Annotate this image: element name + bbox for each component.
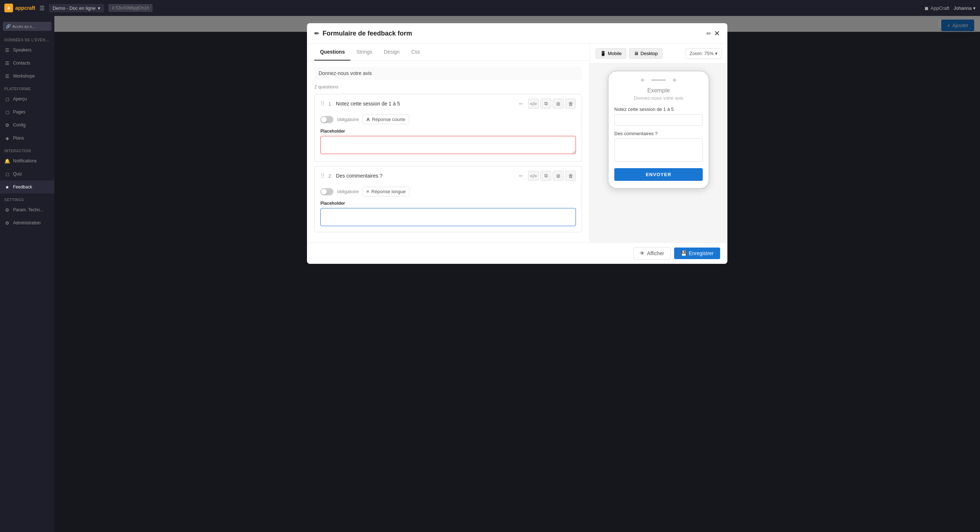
modal-close-button[interactable]: ✕	[714, 29, 720, 38]
access-button[interactable]: 🔗 Speakers Accès au s...	[3, 22, 51, 31]
question-2-toggle[interactable]	[320, 188, 333, 195]
sidebar-item-workshops-label: Workshops	[13, 73, 35, 79]
sidebar-item-administration-label: Administration	[13, 220, 41, 226]
sidebar-item-workshops[interactable]: ☰ Workshops	[0, 70, 54, 83]
sidebar-section-interaction: INTERACTION	[0, 145, 54, 154]
access-icon: 🔗	[6, 24, 11, 29]
sidebar-item-contacts[interactable]: ☰ Contacts	[0, 57, 54, 70]
question-1-text: Notez cette session de 1 à 5	[336, 101, 515, 106]
question-2-code-btn[interactable]: </>	[528, 171, 539, 181]
modal-title-icon: ✏	[314, 30, 319, 37]
speakers-icon: ☰	[4, 47, 10, 53]
question-2-actions: </> ⧉ ⊞ 🗑	[528, 171, 576, 181]
question-2-header: ⠿ 2. Des commentaires ? ✏ </> ⧉ ⊞ 🗑	[315, 166, 582, 185]
question-2-delete-btn[interactable]: 🗑	[565, 171, 576, 181]
sidebar-item-config[interactable]: ⚙ Config	[0, 119, 54, 132]
question-2-number: 2.	[328, 173, 332, 179]
question-2-placeholder-input[interactable]	[320, 208, 576, 226]
content-area: + Ajouter Modifier ⋮ ✏ Formulaire de fee…	[54, 16, 980, 532]
question-1-response-type[interactable]: A Réponse courte	[363, 114, 409, 124]
question-card-2: ⠿ 2. Des commentaires ? ✏ </> ⧉ ⊞ 🗑	[314, 166, 582, 232]
topbar: a appcraft ☰ Demo - Doc en ligne ▾ # 53n…	[0, 0, 980, 16]
question-2-toggle-knob	[321, 189, 327, 195]
sidebar-item-notifications[interactable]: 🔔 Notifications	[0, 154, 54, 167]
user-name: Johanna	[953, 5, 972, 11]
tab-css[interactable]: Css	[406, 44, 426, 60]
mobile-icon: 📱	[600, 51, 606, 56]
sidebar-item-pages-label: Pages	[13, 110, 25, 114]
question-1-code-btn[interactable]: </>	[528, 98, 539, 109]
preview-form-title: Exemple	[614, 87, 703, 94]
question-2-response-type[interactable]: ≡ Réponse longue	[363, 187, 410, 197]
phone-speaker	[651, 79, 666, 81]
question-1-delete-btn[interactable]: 🗑	[565, 98, 576, 109]
sidebar-item-feedback-label: Feedback	[13, 184, 32, 189]
zoom-selector[interactable]: Zoom: 75% ▾	[686, 48, 722, 59]
sidebar-item-param-tech[interactable]: ⚙ Param. Techn...	[0, 203, 54, 216]
sidebar-item-speakers-label: Speakers	[13, 48, 32, 52]
preview-submit-button[interactable]: ENVOYER	[614, 168, 703, 181]
user-menu[interactable]: Johanna ▾	[953, 5, 976, 11]
contacts-icon: ☰	[4, 60, 10, 66]
drag-handle-1[interactable]: ⠿	[320, 100, 325, 107]
question-1-edit-icon[interactable]: ✏	[519, 101, 523, 106]
sidebar-item-apercu[interactable]: ◻ Aperçu	[0, 92, 54, 105]
drag-handle-2[interactable]: ⠿	[320, 173, 325, 179]
sidebar-item-feedback[interactable]: ★ Feedback	[0, 181, 54, 194]
sidebar: 🔗 Speakers Accès au s... DONNÉES DE L'ÉV…	[0, 16, 54, 532]
main-layout: 🔗 Speakers Accès au s... DONNÉES DE L'ÉV…	[0, 16, 980, 532]
question-1-obligatoire-label: obligatoire	[337, 117, 359, 122]
tab-design[interactable]: Design	[378, 44, 406, 60]
tab-strings[interactable]: Strings	[350, 44, 378, 60]
preview-area: Exemple Donnez-nous votre avis Notez cet…	[590, 64, 727, 243]
modal-right-panel: 📱 Mobile 🖥 Desktop Zoom: 75% ▾	[590, 44, 727, 243]
question-1-settings: obligatoire A Réponse courte	[315, 113, 582, 129]
sidebar-item-quiz[interactable]: ◻ Quiz	[0, 167, 54, 181]
mobile-label: Mobile	[608, 51, 622, 56]
question-1-copy-btn[interactable]: ⧉	[540, 98, 551, 109]
question-2-copy-btn[interactable]: ⧉	[540, 171, 551, 181]
modal-edit-button[interactable]: ✏	[706, 30, 711, 37]
phone-dot	[641, 79, 644, 81]
topbar-right: ◼ AppCraft Johanna ▾	[924, 5, 976, 11]
preview-q1-input[interactable]	[614, 114, 703, 126]
afficher-button[interactable]: 👁 Afficher	[633, 247, 670, 259]
desktop-button[interactable]: 🖥 Desktop	[629, 48, 662, 59]
sidebar-item-plans-label: Plans	[13, 135, 24, 141]
preview-form-subtitle: Donnez-nous votre avis	[614, 95, 703, 101]
sidebar-item-pages[interactable]: ◻ Pages	[0, 105, 54, 119]
response-type-2-icon: ≡	[366, 189, 369, 194]
form-title-input[interactable]	[314, 67, 582, 80]
plans-icon: ◈	[4, 135, 10, 141]
enregistrer-button[interactable]: 💾 Enregistrer	[674, 248, 720, 259]
desktop-label: Desktop	[640, 51, 658, 56]
sidebar-item-speakers[interactable]: ☰ Speakers	[0, 43, 54, 57]
question-2-placeholder-section: Placeholder	[315, 201, 582, 232]
project-hash: # 53nX0MbjqlOn1h	[108, 4, 153, 12]
logo-text: appcraft	[15, 5, 35, 11]
sidebar-item-quiz-label: Quiz	[13, 172, 22, 176]
question-1-toggle[interactable]	[320, 116, 333, 123]
modal-overlay: ✏ Formulaire de feedback form ✏ ✕ Questi…	[54, 16, 980, 532]
desktop-icon: 🖥	[634, 51, 639, 56]
mobile-button[interactable]: 📱 Mobile	[595, 48, 626, 59]
tab-questions[interactable]: Questions	[314, 44, 350, 60]
sidebar-item-administration[interactable]: ⚙ Administration	[0, 216, 54, 229]
project-selector[interactable]: Demo - Doc en ligne ▾	[49, 4, 104, 12]
sidebar-item-contacts-label: Contacts	[13, 60, 30, 65]
sidebar-item-plans[interactable]: ◈ Plans	[0, 132, 54, 145]
menu-button[interactable]: ☰	[40, 5, 45, 11]
workshops-icon: ☰	[4, 73, 10, 79]
zoom-label: Zoom: 75%	[690, 51, 714, 56]
preview-q2-textarea[interactable]	[614, 138, 703, 162]
feedback-icon: ★	[4, 184, 10, 190]
save-icon: 💾	[681, 251, 687, 256]
pages-icon: ◻	[4, 109, 10, 115]
sidebar-item-notifications-label: Notifications	[13, 158, 37, 164]
appcraft-icon: ◼	[924, 5, 929, 11]
question-2-duplicate-btn[interactable]: ⊞	[553, 171, 563, 181]
question-2-edit-icon[interactable]: ✏	[519, 173, 523, 179]
logo: a appcraft	[4, 4, 35, 12]
question-1-placeholder-input[interactable]	[320, 136, 576, 154]
question-1-duplicate-btn[interactable]: ⊞	[553, 98, 563, 109]
